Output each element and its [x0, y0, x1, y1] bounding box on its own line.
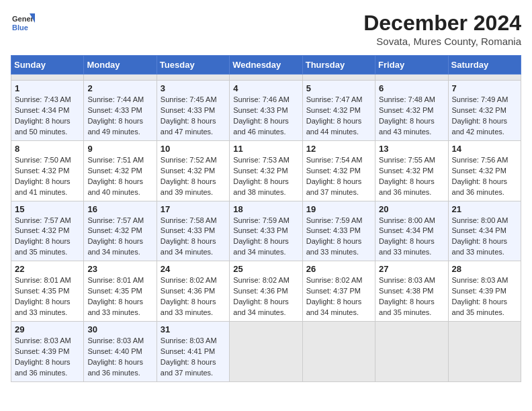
cell-info: Sunrise: 7:50 AM Sunset: 4:32 PM Dayligh…: [15, 156, 71, 196]
calendar-cell: 24Sunrise: 8:02 AM Sunset: 4:36 PM Dayli…: [157, 261, 229, 322]
calendar-cell: 13Sunrise: 7:55 AM Sunset: 4:32 PM Dayli…: [375, 140, 448, 201]
col-header-monday: Monday: [84, 56, 157, 75]
cell-info: Sunrise: 7:57 AM Sunset: 4:32 PM Dayligh…: [87, 216, 144, 257]
cell-info: Sunrise: 8:03 AM Sunset: 4:38 PM Dayligh…: [379, 276, 435, 316]
calendar-cell: 1Sunrise: 7:43 AM Sunset: 4:34 PM Daylig…: [11, 81, 84, 141]
day-number: 5: [306, 83, 371, 93]
day-number: 31: [161, 324, 226, 334]
day-number: 4: [233, 83, 298, 93]
calendar-cell: 16Sunrise: 7:57 AM Sunset: 4:32 PM Dayli…: [84, 201, 157, 261]
day-number: 11: [233, 144, 298, 154]
cell-info: Sunrise: 7:57 AM Sunset: 4:32 PM Dayligh…: [15, 216, 71, 257]
day-number: 25: [233, 264, 298, 274]
cell-info: Sunrise: 8:00 AM Sunset: 4:34 PM Dayligh…: [379, 216, 435, 257]
day-number: 24: [161, 264, 226, 274]
day-number: 22: [15, 264, 80, 274]
calendar-cell: 2Sunrise: 7:44 AM Sunset: 4:33 PM Daylig…: [84, 81, 157, 141]
col-header-wednesday: Wednesday: [230, 56, 302, 75]
header-row: SundayMondayTuesdayWednesdayThursdayFrid…: [11, 56, 521, 75]
calendar-cell: 12Sunrise: 7:54 AM Sunset: 4:32 PM Dayli…: [302, 140, 375, 201]
day-number: 20: [379, 204, 444, 214]
calendar-cell: 28Sunrise: 8:03 AM Sunset: 4:39 PM Dayli…: [448, 261, 521, 322]
week-row: 15Sunrise: 7:57 AM Sunset: 4:32 PM Dayli…: [11, 201, 521, 261]
calendar-cell: [230, 75, 302, 81]
cell-info: Sunrise: 7:55 AM Sunset: 4:32 PM Dayligh…: [379, 156, 435, 196]
cell-info: Sunrise: 8:03 AM Sunset: 4:40 PM Dayligh…: [87, 336, 144, 377]
week-row: [11, 75, 521, 81]
day-number: 6: [379, 83, 444, 93]
day-number: 28: [452, 264, 517, 274]
day-number: 19: [306, 204, 371, 214]
cell-info: Sunrise: 8:01 AM Sunset: 4:35 PM Dayligh…: [15, 276, 71, 316]
day-number: 7: [452, 83, 517, 93]
col-header-saturday: Saturday: [448, 56, 521, 75]
calendar-cell: [302, 322, 375, 382]
col-header-thursday: Thursday: [302, 56, 375, 75]
calendar-cell: [375, 75, 448, 81]
calendar-cell: 10Sunrise: 7:52 AM Sunset: 4:32 PM Dayli…: [157, 140, 229, 201]
cell-info: Sunrise: 7:44 AM Sunset: 4:33 PM Dayligh…: [87, 95, 144, 136]
cell-info: Sunrise: 7:45 AM Sunset: 4:33 PM Dayligh…: [161, 95, 217, 136]
header: General Blue December 2024 Sovata, Mures…: [11, 11, 521, 47]
svg-text:Blue: Blue: [12, 24, 28, 32]
calendar-cell: 7Sunrise: 7:49 AM Sunset: 4:32 PM Daylig…: [448, 81, 521, 141]
day-number: 12: [306, 144, 371, 154]
cell-info: Sunrise: 7:49 AM Sunset: 4:32 PM Dayligh…: [452, 95, 508, 136]
day-number: 13: [379, 144, 444, 154]
day-number: 14: [452, 144, 517, 154]
calendar-cell: 22Sunrise: 8:01 AM Sunset: 4:35 PM Dayli…: [11, 261, 84, 322]
day-number: 8: [15, 144, 80, 154]
cell-info: Sunrise: 8:03 AM Sunset: 4:39 PM Dayligh…: [452, 276, 508, 316]
calendar-cell: [302, 75, 375, 81]
week-row: 1Sunrise: 7:43 AM Sunset: 4:34 PM Daylig…: [11, 81, 521, 141]
cell-info: Sunrise: 7:53 AM Sunset: 4:32 PM Dayligh…: [233, 156, 290, 196]
day-number: 26: [306, 264, 371, 274]
week-row: 22Sunrise: 8:01 AM Sunset: 4:35 PM Dayli…: [11, 261, 521, 322]
calendar-cell: 15Sunrise: 7:57 AM Sunset: 4:32 PM Dayli…: [11, 201, 84, 261]
cell-info: Sunrise: 7:48 AM Sunset: 4:32 PM Dayligh…: [379, 95, 435, 136]
cell-info: Sunrise: 8:02 AM Sunset: 4:36 PM Dayligh…: [233, 276, 290, 316]
day-number: 15: [15, 204, 80, 214]
day-number: 18: [233, 204, 298, 214]
calendar-cell: 8Sunrise: 7:50 AM Sunset: 4:32 PM Daylig…: [11, 140, 84, 201]
day-number: 1: [15, 83, 80, 93]
cell-info: Sunrise: 8:03 AM Sunset: 4:41 PM Dayligh…: [161, 336, 217, 377]
cell-info: Sunrise: 7:56 AM Sunset: 4:32 PM Dayligh…: [452, 156, 508, 196]
day-number: 29: [15, 324, 80, 334]
calendar-cell: 5Sunrise: 7:47 AM Sunset: 4:32 PM Daylig…: [302, 81, 375, 141]
logo: General Blue: [11, 11, 35, 35]
calendar-cell: 14Sunrise: 7:56 AM Sunset: 4:32 PM Dayli…: [448, 140, 521, 201]
week-row: 29Sunrise: 8:03 AM Sunset: 4:39 PM Dayli…: [11, 322, 521, 382]
calendar-cell: [157, 75, 229, 81]
calendar-cell: [230, 322, 302, 382]
calendar-cell: 26Sunrise: 8:02 AM Sunset: 4:37 PM Dayli…: [302, 261, 375, 322]
day-number: 30: [87, 324, 152, 334]
calendar-cell: [375, 322, 448, 382]
day-number: 16: [87, 204, 152, 214]
calendar-cell: 30Sunrise: 8:03 AM Sunset: 4:40 PM Dayli…: [84, 322, 157, 382]
title-block: December 2024 Sovata, Mures County, Roma…: [363, 11, 521, 47]
cell-info: Sunrise: 7:59 AM Sunset: 4:33 PM Dayligh…: [306, 216, 363, 257]
cell-info: Sunrise: 8:01 AM Sunset: 4:35 PM Dayligh…: [87, 276, 144, 316]
col-header-sunday: Sunday: [11, 56, 84, 75]
col-header-friday: Friday: [375, 56, 448, 75]
cell-info: Sunrise: 7:59 AM Sunset: 4:33 PM Dayligh…: [233, 216, 290, 257]
calendar-cell: [11, 75, 84, 81]
calendar-table: SundayMondayTuesdayWednesdayThursdayFrid…: [11, 55, 521, 382]
calendar-cell: [448, 75, 521, 81]
day-number: 27: [379, 264, 444, 274]
day-number: 2: [87, 83, 152, 93]
logo-icon: General Blue: [11, 11, 35, 35]
week-row: 8Sunrise: 7:50 AM Sunset: 4:32 PM Daylig…: [11, 140, 521, 201]
calendar-cell: 27Sunrise: 8:03 AM Sunset: 4:38 PM Dayli…: [375, 261, 448, 322]
cell-info: Sunrise: 7:58 AM Sunset: 4:33 PM Dayligh…: [161, 216, 217, 257]
calendar-cell: 29Sunrise: 8:03 AM Sunset: 4:39 PM Dayli…: [11, 322, 84, 382]
cell-info: Sunrise: 7:51 AM Sunset: 4:32 PM Dayligh…: [87, 156, 144, 196]
day-number: 9: [87, 144, 152, 154]
calendar-cell: 6Sunrise: 7:48 AM Sunset: 4:32 PM Daylig…: [375, 81, 448, 141]
day-number: 21: [452, 204, 517, 214]
calendar-cell: 18Sunrise: 7:59 AM Sunset: 4:33 PM Dayli…: [230, 201, 302, 261]
calendar-cell: 25Sunrise: 8:02 AM Sunset: 4:36 PM Dayli…: [230, 261, 302, 322]
calendar-cell: 11Sunrise: 7:53 AM Sunset: 4:32 PM Dayli…: [230, 140, 302, 201]
calendar-cell: 9Sunrise: 7:51 AM Sunset: 4:32 PM Daylig…: [84, 140, 157, 201]
